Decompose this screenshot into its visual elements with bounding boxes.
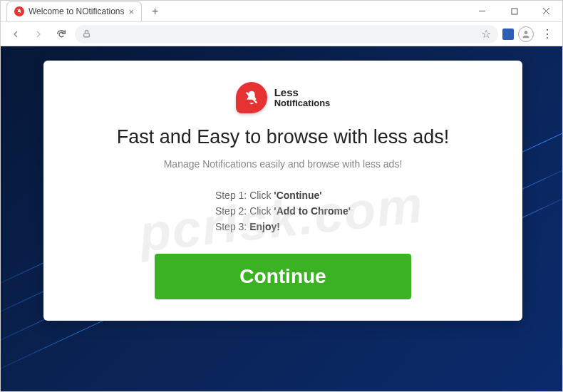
logo: Less Notifications bbox=[72, 82, 494, 113]
window-minimize-button[interactable] bbox=[466, 1, 498, 21]
logo-bell-icon bbox=[236, 82, 267, 113]
step-3: Step 3: Enjoy! bbox=[215, 221, 351, 232]
page-content: Less Notifications Fast and Easy to brow… bbox=[1, 46, 562, 391]
tab-favicon-icon bbox=[14, 6, 24, 16]
address-bar[interactable]: ☆ bbox=[75, 25, 498, 43]
menu-button[interactable]: ⋮ bbox=[538, 25, 557, 43]
svg-rect-2 bbox=[512, 9, 517, 14]
subtitle: Manage Notifications easily and browse w… bbox=[72, 158, 494, 170]
bookmark-star-icon[interactable]: ☆ bbox=[481, 27, 491, 41]
browser-tab[interactable]: Welcome to NOtifications × bbox=[6, 1, 142, 21]
step-1: Step 1: Click 'Continue' bbox=[215, 190, 351, 201]
step-2: Step 2: Click 'Add to Chrome' bbox=[215, 205, 351, 217]
browser-toolbar: ☆ ⋮ bbox=[1, 22, 562, 46]
new-tab-button[interactable]: + bbox=[148, 4, 162, 19]
tab-close-icon[interactable]: × bbox=[129, 6, 135, 17]
profile-button[interactable] bbox=[518, 26, 534, 42]
logo-text-2: Notifications bbox=[274, 98, 331, 108]
svg-point-6 bbox=[525, 31, 528, 34]
svg-rect-5 bbox=[84, 33, 90, 37]
promo-card: Less Notifications Fast and Easy to brow… bbox=[43, 61, 522, 321]
continue-button[interactable]: Continue bbox=[155, 254, 411, 299]
window-maximize-button[interactable] bbox=[498, 1, 530, 21]
logo-text-1: Less bbox=[274, 87, 331, 99]
back-button[interactable] bbox=[6, 25, 25, 43]
window-close-button[interactable] bbox=[530, 1, 562, 21]
reload-button[interactable] bbox=[52, 25, 71, 43]
lock-icon bbox=[82, 29, 91, 38]
tab-title: Welcome to NOtifications bbox=[29, 6, 125, 16]
steps-list: Step 1: Click 'Continue' Step 2: Click '… bbox=[215, 185, 351, 237]
browser-tabstrip: Welcome to NOtifications × + bbox=[1, 1, 562, 22]
forward-button[interactable] bbox=[29, 25, 48, 43]
extension-icon[interactable] bbox=[502, 29, 514, 40]
headline: Fast and Easy to browse with less ads! bbox=[72, 126, 494, 148]
